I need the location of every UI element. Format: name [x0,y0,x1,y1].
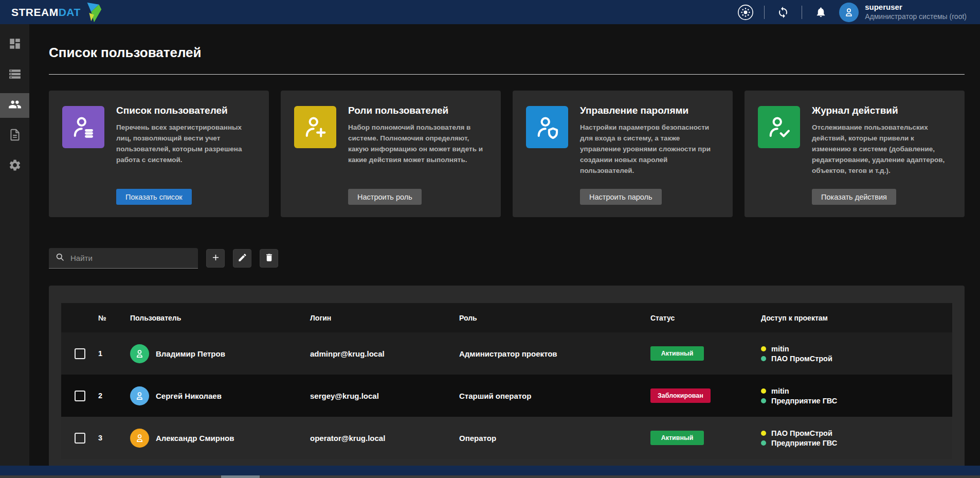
project-name: Предприятие ГВС [771,439,837,447]
card-description: Набор полномочий пользователя в системе.… [348,122,483,166]
notifications-bell-icon[interactable] [811,3,830,22]
configure-password-button[interactable]: Настроить пароль [580,189,662,205]
users-table-container: № Пользователь Логин Роль Статус Доступ … [49,286,965,466]
user-role-cell: Оператор [459,434,650,442]
brand-logo[interactable]: STREAMDAT [11,0,104,24]
header-login: Логин [310,314,459,322]
row-user-cell: Сергей Николаев [130,386,310,405]
user-full-name: Александр Смирнов [156,434,234,442]
user-status-cell: Активный [650,431,761,445]
user-list-icon [62,106,104,148]
add-user-button[interactable] [206,249,225,268]
row-select-cell [61,391,98,401]
show-user-list-button[interactable]: Показать список [116,189,192,205]
project-item: ПАО ПромСтрой [761,355,952,363]
header-status: Статус [650,314,761,322]
user-shield-icon [526,106,568,148]
horizontal-scrollbar[interactable] [0,475,980,478]
user-role-cell: Администратор проектов [459,349,650,358]
show-actions-button[interactable]: Показать действия [812,189,896,205]
sidebar-item-settings[interactable] [0,154,29,179]
header-projects: Доступ к проектам [761,314,952,322]
header-num: № [98,314,130,322]
user-login: sergey@krug.local [310,392,459,400]
edit-user-button[interactable] [233,249,251,268]
pencil-icon [238,253,247,264]
card-body: Управление паролями Настройки параметров… [580,105,719,176]
row-select-cell [61,348,98,359]
user-projects-cell: mitin ПАО ПромСтрой [761,343,952,364]
brand-name: STREAMDAT [11,6,81,19]
sidebar-item-users[interactable] [0,93,29,118]
table-row[interactable]: 3 Александр Смирнов operator@krug.local … [61,417,952,459]
card-password-management: Управление паролями Настройки параметров… [513,91,733,217]
project-dot [761,440,766,446]
project-item: mitin [761,345,952,353]
settings-gear-icon [8,158,22,174]
table-row[interactable]: 1 Владимир Петров adminpr@krug.local Адм… [61,332,952,375]
plus-icon [211,253,221,264]
status-badge: Активный [650,346,704,361]
row-avatar [130,344,149,363]
user-full-name: Владимир Петров [156,349,225,358]
header-role: Роль [459,314,650,322]
sidebar-item-dashboard[interactable] [0,32,29,57]
search-box[interactable] [49,248,198,269]
user-avatar [839,3,859,22]
title-divider [49,74,965,75]
table-toolbar [49,248,965,269]
configure-role-button[interactable]: Настроить роль [348,189,422,205]
project-name: ПАО ПромСтрой [771,355,832,363]
sidebar-item-documents[interactable] [0,123,29,148]
trash-icon [264,253,274,264]
user-login: operator@krug.local [310,434,459,442]
card-body: Журнал действий Отслеживание пользовател… [812,105,951,176]
row-checkbox[interactable] [75,433,85,444]
topbar-actions: superuser Администратор системы (root) [736,3,967,22]
user-full-name: Сергей Николаев [156,392,222,400]
user-status-cell: Активный [650,346,761,361]
card-description: Перечень всех зарегистрированных лиц, по… [116,122,251,166]
app-root: STREAMDAT [0,0,980,478]
project-item: mitin [761,387,952,395]
project-name: mitin [771,345,789,353]
project-item: Предприятие ГВС [761,439,952,447]
user-menu[interactable]: superuser Администратор системы (root) [839,3,967,22]
project-dot [761,356,766,361]
document-icon [8,128,22,144]
row-user-cell: Александр Смирнов [130,429,310,448]
table-row[interactable]: 2 Сергей Николаев sergey@krug.local Стар… [61,375,952,417]
card-body: Роли пользователей Набор полномочий поль… [348,105,487,166]
brightness-toggle-icon[interactable] [736,3,755,22]
user-projects-cell: mitin Предприятие ГВС [761,385,952,406]
project-dot [761,431,766,436]
dashboard-icon [8,37,22,52]
horizontal-scrollbar-thumb[interactable] [221,475,260,478]
row-select-cell [61,433,98,444]
brand-mark-icon [83,2,104,26]
row-avatar [130,386,149,405]
user-plus-icon [294,106,336,148]
user-info: superuser Администратор системы (root) [865,3,967,21]
sync-button-icon[interactable] [774,3,792,22]
project-dot [761,398,766,403]
users-table: № Пользователь Логин Роль Статус Доступ … [61,303,952,459]
sidebar-nav [0,24,29,466]
delete-user-button[interactable] [260,249,278,268]
row-user-cell: Владимир Петров [130,344,310,363]
row-checkbox[interactable] [75,348,85,359]
search-input[interactable] [70,254,192,262]
project-name: ПАО ПромСтрой [771,429,832,437]
project-name: Предприятие ГВС [771,397,837,405]
sidebar-item-storage[interactable] [0,63,29,87]
main-content: Список пользователей Список пользователе… [29,24,980,466]
header-user: Пользователь [130,314,310,322]
topbar-separator [764,6,765,19]
user-name: superuser [865,3,967,12]
table-header-row: № Пользователь Логин Роль Статус Доступ … [61,303,952,332]
user-login: adminpr@krug.local [310,349,459,358]
card-action-log: Журнал действий Отслеживание пользовател… [745,91,965,217]
card-title: Управление паролями [580,105,719,116]
row-checkbox[interactable] [75,391,85,401]
project-dot [761,346,766,351]
